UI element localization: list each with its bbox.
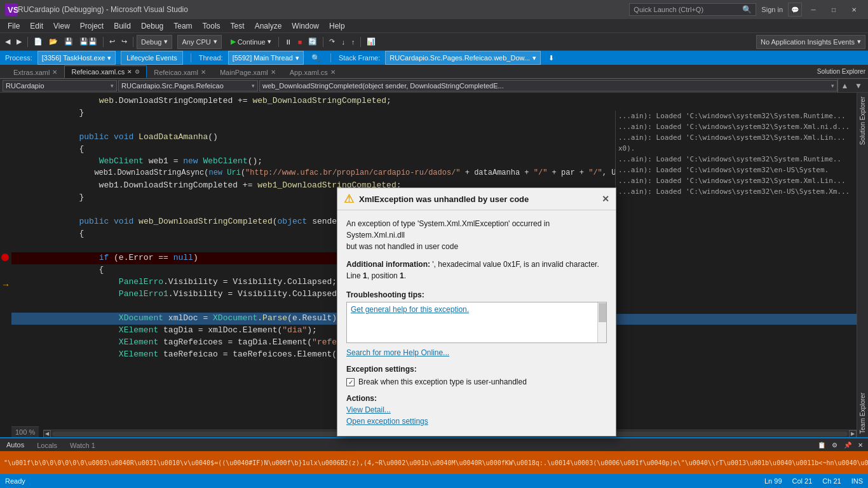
back-button[interactable]: ◀: [3, 35, 13, 49]
locals-tab[interactable]: Locals: [31, 438, 64, 452]
tips-scrollbar[interactable]: [597, 302, 606, 342]
breakpoint-marker: [1, 254, 9, 261]
break-all-button[interactable]: ⏸: [282, 35, 294, 49]
forward-button[interactable]: ▶: [14, 35, 24, 49]
thread-filter-button[interactable]: 🔍: [309, 51, 323, 65]
menu-view[interactable]: View: [48, 19, 75, 33]
close-tab-extras[interactable]: ✕: [52, 69, 57, 76]
stack-frame-dropdown[interactable]: RUCardapio.Src.Pages.Refeicao.web_Dow...…: [385, 51, 541, 65]
app-insights-dropdown[interactable]: No Application Insights Events▾: [756, 35, 865, 49]
menu-debug[interactable]: Debug: [136, 19, 168, 33]
restart-button[interactable]: 🔄: [306, 35, 320, 49]
output-settings-button[interactable]: ⚙: [829, 438, 840, 452]
process-dropdown[interactable]: [3356] TaskHost.exe▾: [37, 51, 116, 65]
solution-explorer-tab[interactable]: Solution Explorer: [857, 93, 868, 149]
minimize-button[interactable]: ─: [804, 3, 822, 16]
output-panel: ...ain): Loaded 'C:\windows\system32\Sys…: [615, 111, 857, 314]
code-line: web.DownloadStringCompleted += web_Downl…: [11, 95, 857, 107]
tab-refeicao-xaml[interactable]: Refeicao.xaml ✕: [147, 65, 213, 78]
breakpoint-gutter: →: [0, 93, 11, 437]
menu-window[interactable]: Window: [287, 19, 324, 33]
diagnostic-tools-button[interactable]: 📊: [364, 35, 378, 49]
window-title: RUCardapio (Debugging) - Microsoft Visua…: [18, 5, 188, 14]
close-button[interactable]: ✕: [845, 3, 863, 16]
undo-button[interactable]: ↩: [107, 35, 118, 49]
dialog-close-button[interactable]: ✕: [602, 194, 609, 204]
menu-edit[interactable]: Edit: [25, 19, 48, 33]
expand-code-button[interactable]: ▲: [837, 79, 851, 93]
exc-settings-label: Exception settings:: [346, 365, 607, 374]
continue-button[interactable]: ▶ Continue ▾: [227, 36, 275, 47]
close-tab-app[interactable]: ✕: [330, 69, 336, 76]
status-ch: Ch 21: [822, 477, 841, 485]
menu-team[interactable]: Team: [168, 19, 197, 33]
feedback-button[interactable]: 💬: [788, 3, 802, 17]
redo-button[interactable]: ↪: [119, 35, 130, 49]
close-tab-mainpage[interactable]: ✕: [271, 69, 276, 76]
tab-app-xaml-cs[interactable]: App.xaml.cs ✕: [283, 65, 342, 78]
break-checkbox[interactable]: ✓: [346, 378, 355, 386]
lifecycle-events-button[interactable]: Lifecycle Events: [121, 51, 182, 65]
stack-frame-label: Stack Frame:: [339, 54, 380, 62]
right-panel-labels: Solution Explorer Team Explorer: [857, 93, 868, 437]
tab-refeicao-xaml-cs[interactable]: Refeicao.xaml.cs ✕ ⚙: [64, 65, 147, 78]
collapse-code-button[interactable]: ▼: [851, 79, 865, 93]
debug-mode-dropdown[interactable]: Debug▾: [137, 35, 172, 49]
stack-filter-button[interactable]: ⬇: [546, 51, 557, 65]
dialog-titlebar: ⚠ XmlException was unhandled by user cod…: [337, 188, 616, 210]
step-over-button[interactable]: ↷: [327, 35, 337, 49]
search-online-link[interactable]: Search for more Help Online...: [346, 348, 607, 357]
menu-project[interactable]: Project: [75, 19, 109, 33]
new-project-button[interactable]: 📄: [31, 35, 45, 49]
autos-tab[interactable]: Autos: [0, 438, 31, 452]
open-exception-settings-link[interactable]: Open exception settings: [346, 414, 607, 428]
thread-dropdown[interactable]: [5592] Main Thread▾: [228, 51, 304, 65]
save-button[interactable]: 💾: [62, 35, 76, 49]
menu-analyze[interactable]: Analyze: [250, 19, 287, 33]
vs-logo: VS: [5, 3, 18, 16]
status-ln: Ln 99: [764, 477, 782, 485]
get-help-link[interactable]: Get general help for this exception.: [347, 302, 606, 316]
menu-tools[interactable]: Tools: [198, 19, 226, 33]
menu-file[interactable]: File: [3, 19, 25, 33]
close-bottom-button[interactable]: ✕: [855, 438, 865, 452]
team-explorer-tab[interactable]: Team Explorer: [857, 389, 868, 437]
close-tab-refeicao[interactable]: ✕: [201, 69, 206, 76]
scroll-right[interactable]: ▶: [849, 430, 857, 438]
nav-bar: RUCardapio ▾ RUCardapio.Src.Pages.Refeic…: [0, 79, 868, 93]
string-bar: "\u001f\b\0\0\0\0\0\0\u0003\u0040R\u0031…: [0, 451, 868, 474]
quick-launch[interactable]: Quick Launch (Ctrl+Q) 🔍: [629, 3, 756, 16]
save-all-button[interactable]: 💾💾: [77, 35, 100, 49]
menu-build[interactable]: Build: [109, 19, 136, 33]
class-dropdown[interactable]: RUCardapio.Src.Pages.Refeicao ▾: [118, 80, 258, 92]
tab-extras-xaml[interactable]: Extras.xaml ✕: [6, 65, 64, 78]
stop-debug-button[interactable]: ■: [295, 35, 305, 49]
output-copy-button[interactable]: 📋: [815, 438, 828, 452]
output-pin-button[interactable]: 📌: [841, 438, 854, 452]
view-detail-link[interactable]: View Detail...: [346, 405, 391, 414]
step-into-button[interactable]: ↓: [339, 35, 348, 49]
bottom-tabs: Autos Locals Watch 1 📋 ⚙ 📌 ✕: [0, 438, 868, 452]
zoom-level[interactable]: 100 %: [11, 426, 39, 437]
solution-explorer-button[interactable]: Solution Explorer: [815, 64, 868, 78]
status-col: Col 21: [792, 477, 813, 485]
menu-test[interactable]: Test: [226, 19, 250, 33]
menu-help[interactable]: Help: [324, 19, 350, 33]
scroll-left[interactable]: ◀: [43, 430, 51, 438]
namespace-dropdown[interactable]: RUCardapio ▾: [3, 80, 117, 92]
watch-tab[interactable]: Watch 1: [64, 438, 102, 452]
warning-icon: ⚠: [344, 192, 354, 206]
window-controls: ─ □ ✕: [804, 3, 863, 16]
maximize-button[interactable]: □: [825, 3, 843, 16]
step-out-button[interactable]: ↑: [349, 35, 358, 49]
break-checkbox-label: Break when this exception type is user-u…: [358, 377, 527, 386]
sign-in-button[interactable]: Sign in: [761, 6, 783, 13]
method-dropdown[interactable]: web_DownloadStringCompleted(object sende…: [259, 80, 837, 92]
debug-bar: Process: [3356] TaskHost.exe▾ Lifecycle …: [0, 51, 868, 65]
tab-mainpage-xaml[interactable]: MainPage.xaml ✕: [213, 65, 283, 78]
tabs-bar: Extras.xaml ✕ Refeicao.xaml.cs ✕ ⚙ Refei…: [0, 65, 868, 79]
open-button[interactable]: 📂: [46, 35, 60, 49]
cpu-dropdown[interactable]: Any CPU▾: [177, 35, 221, 49]
status-ins: INS: [851, 477, 863, 485]
exception-dialog: ⚠ XmlException was unhandled by user cod…: [337, 187, 616, 437]
